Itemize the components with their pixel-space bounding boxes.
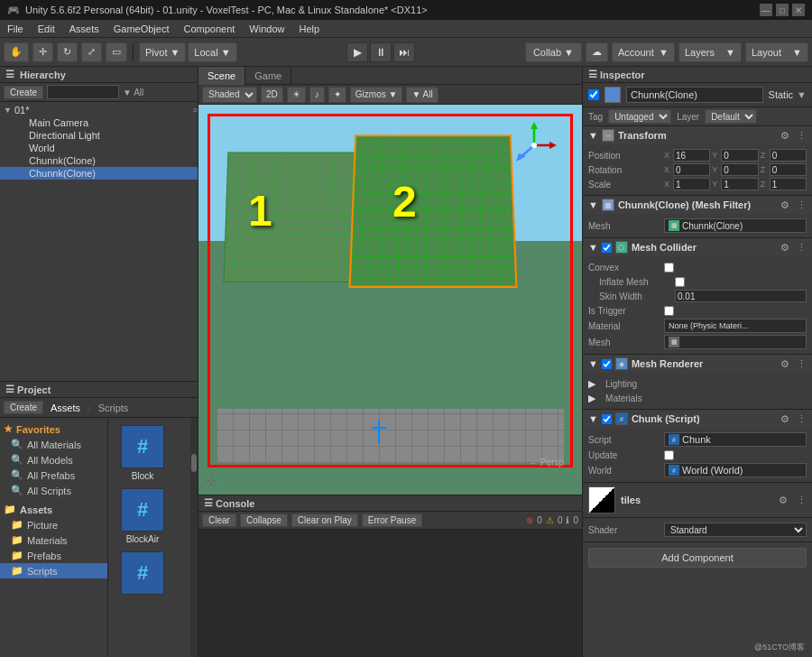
chunk-script-menu-icon[interactable]: ⋮ (797, 413, 807, 425)
menu-help[interactable]: Help (291, 20, 327, 38)
project-sidebar-prefabs2[interactable]: 📁 Prefabs (0, 548, 107, 563)
project-create-button[interactable]: Create (4, 401, 43, 414)
world-ref[interactable]: # World (World) (664, 463, 807, 477)
shaded-select[interactable]: Shaded (202, 87, 257, 103)
hier-item-world[interactable]: World (0, 142, 198, 154)
cloud-button[interactable]: ☁ (586, 42, 608, 62)
project-sidebar-allscripts[interactable]: 🔍 All Scripts (0, 483, 107, 498)
chunk-script-header[interactable]: ▼ # Chunk (Script) ⚙ ⋮ (583, 410, 812, 428)
project-tab-scripts[interactable]: Scripts (98, 403, 129, 413)
rect-tool-button[interactable]: ▭ (106, 42, 127, 62)
project-sidebar-prefabs[interactable]: 🔍 All Prefabs (0, 467, 107, 483)
play-button[interactable]: ▶ (346, 42, 368, 62)
static-dropdown[interactable]: ▼ (797, 89, 807, 100)
rot-y-input[interactable] (721, 163, 758, 176)
clear-button[interactable]: Clear (202, 514, 236, 527)
tiles-menu-icon[interactable]: ⋮ (797, 495, 807, 506)
all-button[interactable]: ▼ All (406, 87, 438, 103)
local-button[interactable]: Local ▼ (188, 42, 236, 62)
asset-cs3[interactable]: # (115, 551, 170, 597)
add-component-button[interactable]: Add Component (588, 548, 807, 568)
hierarchy-search-input[interactable] (47, 85, 119, 99)
update-checkbox[interactable] (664, 450, 674, 460)
collapse-button[interactable]: Collapse (240, 514, 288, 527)
move-tool-button[interactable]: ✛ (32, 42, 53, 62)
active-checkbox[interactable] (588, 89, 599, 100)
pos-x-input[interactable] (673, 149, 710, 162)
materials-row[interactable]: ▶ Materials (588, 391, 807, 405)
pos-y-input[interactable] (721, 149, 758, 162)
mesh-collider-header[interactable]: ▼ ⬡ Mesh Collider ⚙ ⋮ (583, 238, 812, 256)
trigger-checkbox[interactable] (664, 306, 674, 316)
menu-component[interactable]: Component (176, 20, 242, 38)
project-sidebar-models[interactable]: 🔍 All Models (0, 452, 107, 467)
2d-button[interactable]: 2D (261, 87, 283, 103)
chunk-script-settings-icon[interactable]: ⚙ (780, 413, 789, 425)
skin-input[interactable] (675, 290, 807, 302)
mesh-collider-menu-icon[interactable]: ⋮ (797, 242, 807, 254)
menu-window[interactable]: Window (242, 20, 291, 38)
maximize-button[interactable]: □ (776, 4, 789, 16)
mesh-filter-mesh-ref[interactable]: ▦ Chunnk(Clone) (664, 218, 807, 233)
clear-on-play-button[interactable]: Clear on Play (291, 514, 358, 527)
menu-file[interactable]: File (0, 20, 31, 38)
menu-gameobject[interactable]: GameObject (106, 20, 177, 38)
project-scrollbar[interactable] (190, 418, 198, 657)
game-tab[interactable]: Game (245, 67, 291, 85)
light-button[interactable]: ☀ (287, 87, 306, 103)
chunk-script-enabled[interactable] (602, 414, 612, 424)
hier-item-root[interactable]: ▼ 01* ≡ (0, 104, 198, 116)
pos-z-input[interactable] (770, 149, 807, 162)
lighting-row[interactable]: ▶ Lighting (588, 376, 807, 391)
shader-select[interactable]: Standard (664, 523, 807, 537)
hier-item-chunk1[interactable]: Chunnk(Clone) (0, 154, 198, 167)
close-button[interactable]: ✕ (792, 4, 805, 16)
vfx-button[interactable]: ✦ (328, 87, 346, 103)
asset-block[interactable]: # Block (115, 425, 170, 481)
project-sidebar-scripts[interactable]: 📁 Scripts (0, 563, 107, 578)
mesh-filter-menu-icon[interactable]: ⋮ (797, 199, 807, 211)
collider-mesh-ref[interactable]: ▦ (664, 335, 807, 349)
scale-y-input[interactable] (721, 178, 758, 190)
mesh-collider-enabled[interactable] (602, 243, 612, 253)
scene-tab[interactable]: Scene (198, 67, 245, 85)
hand-tool-button[interactable]: ✋ (4, 42, 29, 62)
project-sidebar-favorites[interactable]: ★ Favorites (0, 421, 107, 437)
scene-view[interactable]: 1 2 (198, 105, 582, 495)
mesh-renderer-header[interactable]: ▼ ◈ Mesh Renderer ⚙ ⋮ (583, 355, 812, 373)
project-sidebar-materials[interactable]: 🔍 All Materials (0, 437, 107, 452)
object-name-input[interactable] (626, 87, 763, 103)
hierarchy-create-button[interactable]: Create (4, 86, 43, 99)
hier-item-light[interactable]: Directional Light (0, 129, 198, 142)
collider-material-ref[interactable]: None (Physic Materi... (664, 319, 807, 333)
transform-settings-icon[interactable]: ⚙ (780, 130, 789, 142)
pause-button[interactable]: ⏸ (370, 42, 392, 62)
mesh-filter-settings-icon[interactable]: ⚙ (780, 199, 789, 211)
project-tab-assets[interactable]: Assets (51, 403, 80, 413)
audio-button[interactable]: ♪ (309, 87, 325, 103)
rot-x-input[interactable] (673, 163, 710, 176)
layer-select[interactable]: Default (705, 109, 757, 124)
asset-blockair[interactable]: # BlockAir (115, 488, 170, 544)
rot-z-input[interactable] (770, 163, 807, 176)
mesh-collider-settings-icon[interactable]: ⚙ (780, 242, 789, 254)
tag-select[interactable]: Untagged (608, 109, 671, 124)
mesh-renderer-menu-icon[interactable]: ⋮ (797, 358, 807, 370)
step-button[interactable]: ⏭ (393, 42, 415, 62)
mesh-renderer-enabled[interactable] (602, 359, 612, 369)
layout-button[interactable]: Layout ▼ (745, 42, 808, 62)
pivot-button[interactable]: Pivot ▼ (139, 42, 186, 62)
project-sidebar-picture[interactable]: 📁 Picture (0, 517, 107, 532)
project-sidebar-assets-root[interactable]: 📁 Assets (0, 502, 107, 517)
rotate-tool-button[interactable]: ↻ (57, 42, 78, 62)
transform-menu-icon[interactable]: ⋮ (797, 130, 807, 142)
layers-button[interactable]: Layers ▼ (678, 42, 742, 62)
collab-button[interactable]: Collab ▼ (525, 42, 582, 62)
menu-assets[interactable]: Assets (62, 20, 106, 38)
gizmos-button[interactable]: Gizmos ▼ (350, 87, 403, 103)
minimize-button[interactable]: — (760, 4, 772, 16)
account-button[interactable]: Account ▼ (612, 42, 675, 62)
scale-tool-button[interactable]: ⤢ (81, 42, 102, 62)
tiles-settings-icon[interactable]: ⚙ (779, 495, 788, 506)
menu-edit[interactable]: Edit (31, 20, 62, 38)
